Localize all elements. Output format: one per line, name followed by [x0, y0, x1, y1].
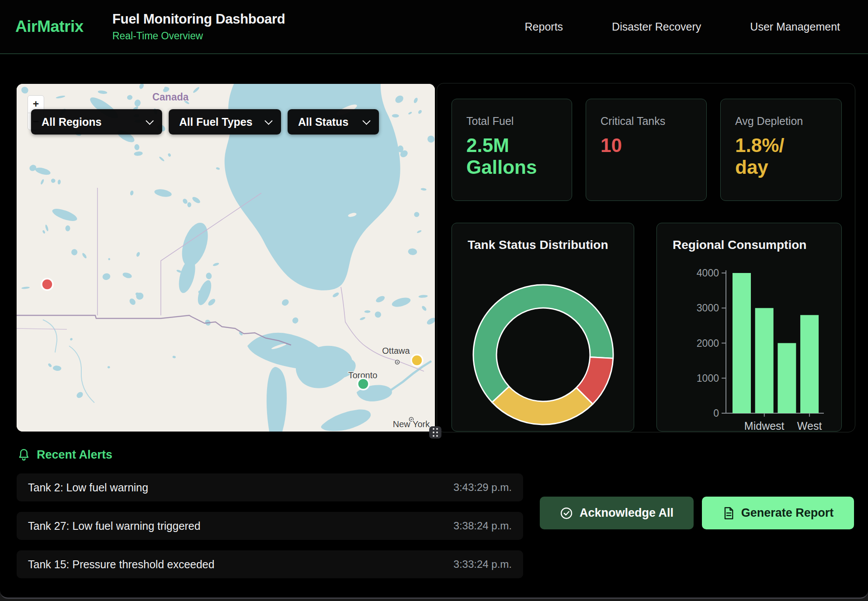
- bar-Midwest: [755, 308, 774, 413]
- map-label-canada: Canada: [152, 91, 188, 103]
- page-title: Fuel Monitoring Dashboard: [112, 11, 285, 27]
- map-filters: All Regions All Fuel Types All Status: [31, 109, 379, 135]
- map[interactable]: CanadaOttawaTorontoNew York + − All Regi…: [17, 84, 435, 432]
- tank-marker-normal[interactable]: [358, 378, 369, 390]
- nav-reports[interactable]: Reports: [525, 21, 563, 33]
- fuel-type-filter-dropdown[interactable]: All Fuel Types: [169, 109, 281, 135]
- generate-report-button[interactable]: Generate Report: [702, 497, 854, 529]
- app-window: AirMatrix Fuel Monitoring Dashboard Real…: [0, 0, 868, 599]
- stat-label: Avg Depletion: [735, 115, 833, 128]
- acknowledge-all-label: Acknowledge All: [580, 506, 674, 520]
- alert-row[interactable]: Tank 27: Low fuel warning triggered 3:38…: [17, 512, 523, 540]
- status-filter-value: All Status: [298, 116, 348, 128]
- nav-user-management[interactable]: User Management: [750, 21, 840, 33]
- fuel-monitoring-dashboard: AirMatrix Fuel Monitoring Dashboard Real…: [0, 0, 868, 601]
- tank-status-chart-card: Tank Status Distribution: [451, 223, 634, 432]
- region-filter-dropdown[interactable]: All Regions: [31, 109, 162, 135]
- alert-row[interactable]: Tank 2: Low fuel warning 3:43:29 p.m.: [17, 473, 523, 501]
- stat-card-total-fuel: Total Fuel 2.5M Gallons: [451, 99, 572, 201]
- map-resize-handle[interactable]: [429, 426, 441, 439]
- bell-icon: [18, 449, 30, 461]
- svg-text:2000: 2000: [697, 338, 719, 349]
- alert-message: Tank 27: Low fuel warning triggered: [28, 520, 201, 532]
- tank-marker-warning[interactable]: [411, 355, 423, 366]
- alerts-title: Recent Alerts: [37, 448, 112, 462]
- bar-chart: 01000200030004000MidwestWest: [657, 223, 842, 432]
- map-label-new-york: New York: [393, 419, 430, 429]
- chart-title: Tank Status Distribution: [468, 238, 608, 252]
- chart-title: Regional Consumption: [673, 238, 806, 252]
- yellow-segment: [492, 387, 593, 425]
- alert-message: Tank 2: Low fuel warning: [28, 481, 148, 494]
- alert-time: 3:38:24 p.m.: [454, 520, 512, 532]
- regional-consumption-chart-card: Regional Consumption 01000200030004000Mi…: [656, 223, 842, 432]
- svg-text:0: 0: [713, 408, 719, 419]
- fuel-type-filter-value: All Fuel Types: [179, 116, 253, 128]
- nav-disaster-recovery[interactable]: Disaster Recovery: [612, 21, 701, 33]
- donut-chart: [452, 223, 634, 432]
- stat-card-critical-tanks: Critical Tanks 10: [586, 99, 707, 201]
- alert-time: 3:33:24 p.m.: [454, 558, 512, 570]
- circle-check-icon: [560, 507, 573, 520]
- svg-text:1000: 1000: [697, 373, 719, 384]
- chevron-down-icon: [362, 117, 370, 124]
- page-subtitle: Real-Time Overview: [112, 30, 285, 42]
- stat-value: 1.8%/ day: [735, 135, 833, 178]
- map-canvas[interactable]: CanadaOttawaTorontoNew York: [17, 84, 435, 432]
- tank-marker-critical[interactable]: [42, 279, 53, 290]
- svg-text:Midwest: Midwest: [744, 420, 785, 432]
- app-logo: AirMatrix: [15, 17, 83, 36]
- metrics-panel: Total Fuel 2.5M Gallons Critical Tanks 1…: [437, 83, 855, 432]
- status-filter-dropdown[interactable]: All Status: [288, 109, 379, 135]
- acknowledge-all-button[interactable]: Acknowledge All: [540, 497, 694, 529]
- svg-text:West: West: [797, 420, 822, 432]
- main-nav: Reports Disaster Recovery User Managemen…: [525, 21, 868, 33]
- bar-West: [800, 315, 819, 413]
- chevron-down-icon: [264, 117, 272, 124]
- stat-value: 10: [601, 135, 698, 156]
- header: AirMatrix Fuel Monitoring Dashboard Real…: [0, 0, 868, 54]
- svg-text:3000: 3000: [697, 302, 719, 314]
- region-filter-value: All Regions: [42, 116, 102, 128]
- stat-label: Critical Tanks: [601, 115, 698, 128]
- bar-region-1: [733, 273, 751, 413]
- alerts-header: Recent Alerts: [18, 448, 112, 462]
- stat-label: Total Fuel: [466, 115, 563, 128]
- bar-region-3: [778, 343, 796, 414]
- svg-text:4000: 4000: [697, 267, 719, 279]
- title-block: Fuel Monitoring Dashboard Real-Time Over…: [112, 11, 285, 42]
- map-label-ottawa: Ottawa: [382, 346, 410, 356]
- chevron-down-icon: [146, 117, 153, 124]
- generate-report-label: Generate Report: [741, 506, 834, 520]
- alert-row[interactable]: Tank 15: Pressure threshold exceeded 3:3…: [17, 550, 523, 578]
- stat-card-avg-depletion: Avg Depletion 1.8%/ day: [720, 99, 842, 201]
- stat-value: 2.5M Gallons: [466, 135, 563, 178]
- alert-time: 3:43:29 p.m.: [454, 481, 512, 494]
- report-document-icon: [722, 507, 735, 520]
- alert-message: Tank 15: Pressure threshold exceeded: [28, 558, 215, 571]
